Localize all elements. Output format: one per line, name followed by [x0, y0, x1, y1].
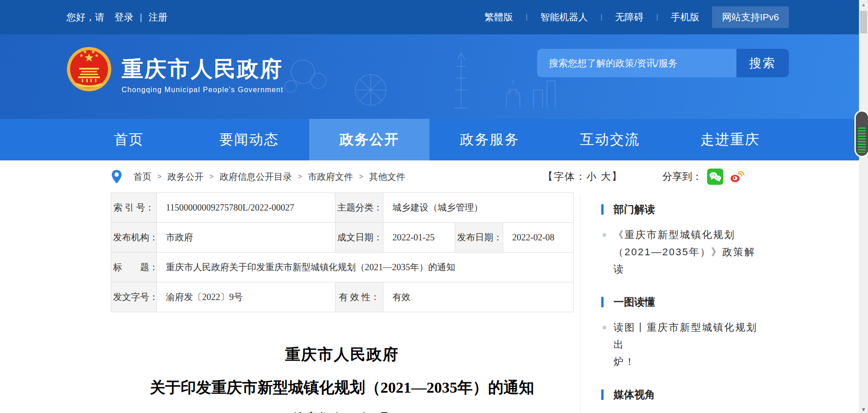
index-number-label: 索 引 号： [111, 193, 157, 223]
sidebar-link-line: 炉！ [613, 353, 764, 371]
utility-links: 繁體版|智能机器人|无障碍|手机版网站支持IPv6 [472, 6, 789, 28]
font-label-suffix: 】 [612, 171, 623, 182]
nav-item-0[interactable]: 首页 [69, 119, 189, 160]
breadcrumb-row: 首页>政务公开>政府信息公开目录>市政府文件>其他文件 【字体：小 大】 分享到… [111, 166, 745, 187]
doc-title-value: 重庆市人民政府关于印发重庆市新型城镇化规划（2021—2035年）的通知 [157, 253, 574, 282]
accessibility-widget[interactable] [856, 112, 868, 156]
location-pin-icon [111, 169, 123, 184]
search-input[interactable] [537, 49, 736, 77]
sidebar-link-line: （2021—2035年）》政策解读 [613, 244, 764, 278]
sidebar-section-title: 部门解读 [601, 202, 764, 216]
utility-link-2[interactable]: 无障碍 [615, 11, 644, 23]
font-larger-button[interactable]: 大 [601, 171, 612, 182]
document-meta-table: 索 引 号： 11500000009275780L/2022-00027 主题分… [111, 192, 574, 312]
breadcrumb-item-4: 其他文件 [369, 171, 405, 183]
breadcrumb-separator: > [157, 173, 161, 181]
sidebar-section-title-text: 部门解读 [613, 202, 655, 216]
breadcrumb-separator: > [359, 173, 363, 181]
nav-item-5[interactable]: 走进重庆 [670, 119, 790, 160]
utility-link-4[interactable]: 网站支持IPv6 [712, 6, 789, 28]
utility-link-0[interactable]: 繁體版 [485, 11, 513, 23]
breadcrumb-item-0[interactable]: 首页 [133, 171, 151, 183]
nav-item-1[interactable]: 要闻动态 [189, 119, 309, 160]
scroll-up-icon[interactable]: ▲ [859, 2, 868, 7]
validity-value: 有效 [383, 282, 574, 312]
table-row: 标 题： 重庆市人民政府关于印发重庆市新型城镇化规划（2021—2035年）的通… [111, 253, 574, 282]
sidebar-link[interactable]: 读图丨重庆市新型城镇化规划出炉！ [601, 319, 764, 371]
login-register-separator: | [140, 12, 142, 23]
breadcrumb: 首页>政务公开>政府信息公开目录>市政府文件>其他文件 [133, 171, 405, 183]
content-sidebar-divider [580, 194, 580, 413]
section-accent-bar [601, 297, 604, 307]
accessibility-widget-stripes [858, 127, 866, 153]
sidebar-section-title-text: 一图读懂 [613, 295, 655, 309]
breadcrumb-separator: > [298, 173, 302, 181]
font-label-prefix: 【字体： [543, 171, 586, 182]
utility-link-divider: | [526, 13, 528, 22]
sidebar-section-0: 部门解读《重庆市新型城镇化规划（2021—2035年）》政策解读 [601, 202, 764, 278]
breadcrumb-separator: > [209, 173, 213, 181]
section-accent-bar [601, 390, 604, 400]
site-header: 重庆市人民政府 Chongqing Municipal People's Gov… [0, 34, 859, 119]
share-label: 分享到： [662, 170, 702, 183]
issuing-org-value: 市政府 [157, 223, 335, 253]
breadcrumb-item-3[interactable]: 市政府文件 [308, 171, 353, 183]
index-number-value: 11500000009275780L/2022-00027 [157, 193, 335, 223]
nav-item-4[interactable]: 互动交流 [550, 119, 670, 160]
table-row: 索 引 号： 11500000009275780L/2022-00027 主题分… [111, 193, 574, 223]
validity-label: 有 效 性： [335, 282, 383, 312]
share-block: 分享到： [662, 169, 745, 185]
user-area: 您好，请 登录 | 注册 [66, 11, 167, 23]
document-heading: 重庆市人民政府 关于印发重庆市新型城镇化规划（2021—2035年）的通知 渝府… [111, 344, 573, 413]
sidebar-section-1: 一图读懂读图丨重庆市新型城镇化规划出炉！ [601, 295, 764, 371]
written-date-value: 2022-01-25 [383, 223, 455, 253]
sidebar-link-line: 《重庆市新型城镇化规划 [613, 226, 764, 244]
nav-item-3[interactable]: 政务服务 [429, 119, 550, 160]
sidebar-section-title-text: 媒体视角 [613, 388, 655, 402]
page-toolbar: 【字体：小 大】 分享到： [543, 169, 745, 185]
sidebar-link[interactable]: 《重庆市新型城镇化规划（2021—2035年）》政策解读 [601, 226, 764, 278]
site-logo-block[interactable]: 重庆市人民政府 Chongqing Municipal People's Gov… [66, 47, 283, 94]
scrollbar-thumb[interactable] [860, 11, 867, 33]
nav-item-2[interactable]: 政务公开 [309, 119, 429, 160]
document-issuer: 重庆市人民政府 [111, 344, 573, 365]
table-row: 发文字号： 渝府发〔2022〕9号 有 效 性： 有效 [111, 282, 574, 312]
font-size-control: 【字体：小 大】 [543, 170, 623, 183]
table-row: 发布机构： 市政府 成文日期： 2022-01-25 发布日期： 2022-02… [111, 223, 574, 253]
doc-number-value: 渝府发〔2022〕9号 [157, 282, 335, 312]
publish-date-value: 2022-02-08 [503, 223, 574, 253]
wechat-icon[interactable] [707, 169, 723, 185]
register-link[interactable]: 注册 [148, 11, 167, 23]
document-number: 渝府发〔2022〕9号 [111, 410, 573, 413]
utility-link-divider: | [600, 13, 602, 22]
national-emblem-logo [66, 47, 112, 92]
weibo-icon[interactable] [728, 169, 745, 185]
search-button[interactable]: 搜索 [736, 49, 789, 77]
utility-link-1[interactable]: 智能机器人 [540, 11, 588, 23]
site-subtitle: Chongqing Municipal People's Government [122, 86, 283, 94]
topic-category-label: 主题分类： [335, 193, 383, 223]
site-name-block: 重庆市人民政府 Chongqing Municipal People's Gov… [122, 47, 283, 94]
search-bar: 搜索 [537, 49, 789, 77]
vertical-scrollbar[interactable]: ▲ ▼ [859, 0, 868, 413]
page: 您好，请 登录 | 注册 繁體版|智能机器人|无障碍|手机版网站支持IPv6 [0, 0, 868, 413]
font-smaller-button[interactable]: 小 [586, 171, 597, 182]
topic-category-value: 城乡建设（城乡管理） [383, 193, 574, 223]
sidebar-section-title: 媒体视角 [601, 388, 764, 402]
publish-date-label: 发布日期： [455, 223, 503, 253]
login-link[interactable]: 登录 [114, 11, 133, 23]
document-title: 关于印发重庆市新型城镇化规划（2021—2035年）的通知 [111, 377, 573, 398]
breadcrumb-item-2[interactable]: 政府信息公开目录 [220, 171, 292, 183]
sidebar-section-title: 一图读懂 [601, 295, 764, 309]
scroll-down-icon[interactable]: ▼ [859, 407, 868, 412]
greeting-text: 您好，请 [66, 11, 104, 23]
main-nav: 首页要闻动态政务公开政务服务互动交流走进重庆 [0, 119, 859, 160]
utility-link-divider: | [656, 13, 658, 22]
sidebar-section-2: 媒体视角2035年重庆将基本实现新型城镇化 《重庆市新型城镇化规划（2021—2… [601, 388, 764, 413]
breadcrumb-item-1[interactable]: 政务公开 [167, 171, 203, 183]
written-date-label: 成文日期： [335, 223, 383, 253]
sidebar-sections: 部门解读《重庆市新型城镇化规划（2021—2035年）》政策解读一图读懂读图丨重… [601, 202, 764, 413]
utility-link-3[interactable]: 手机版 [671, 11, 699, 23]
top-utility-bar: 您好，请 登录 | 注册 繁體版|智能机器人|无障碍|手机版网站支持IPv6 [0, 0, 859, 34]
issuing-org-label: 发布机构： [111, 223, 157, 253]
